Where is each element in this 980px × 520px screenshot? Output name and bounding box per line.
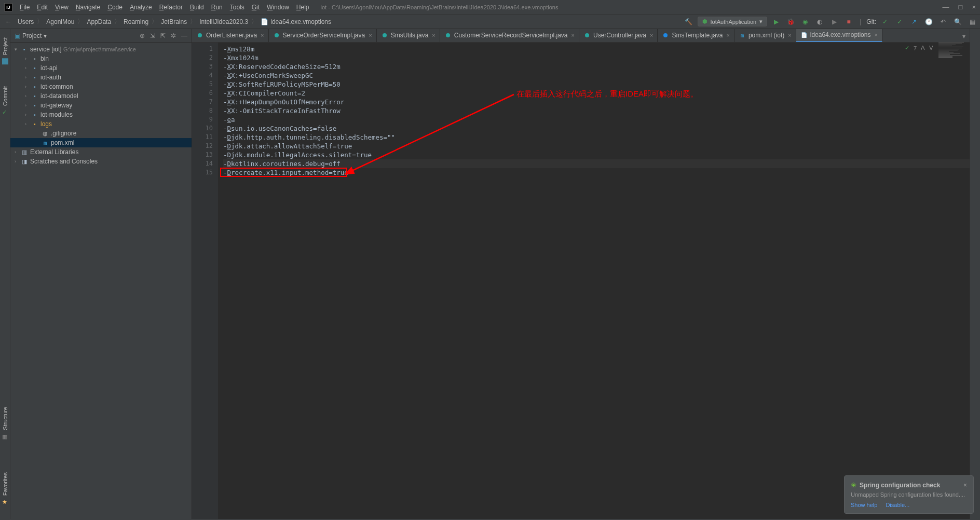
profile-button[interactable]: ◐ bbox=[814, 16, 825, 28]
menu-navigate[interactable]: Navigate bbox=[73, 3, 103, 12]
editor-gutter[interactable]: 123456789101112131415 bbox=[192, 43, 218, 519]
breadcrumb-item[interactable]: AgoniMou bbox=[43, 18, 77, 25]
inspection-count: 7 bbox=[914, 45, 917, 51]
project-root-node[interactable]: ▾ ▪ service [iot] G:\mjw\project\mmwl\se… bbox=[10, 45, 192, 54]
notif-show-help-link[interactable]: Show help bbox=[851, 502, 877, 508]
editor-tab[interactable]: UserController.java× bbox=[579, 29, 658, 42]
close-tab-button[interactable]: × bbox=[727, 32, 730, 38]
tree-node[interactable]: ›▪iot-auth bbox=[10, 73, 192, 82]
editor-tab[interactable]: ServiceOrderServiceImpl.java× bbox=[269, 29, 377, 42]
navigation-bar: ← Users〉AgoniMou〉AppData〉Roaming〉JetBrai… bbox=[0, 15, 980, 29]
window-maximize-button[interactable]: □ bbox=[959, 3, 963, 11]
breadcrumb-item[interactable]: 📄 idea64.exe.vmoptions bbox=[257, 18, 334, 25]
ide-settings-button[interactable]: ▦ bbox=[967, 16, 978, 28]
git-update-button[interactable]: ✓ bbox=[879, 16, 891, 28]
tab-dropdown-button[interactable]: ▾ bbox=[958, 31, 970, 42]
breadcrumb-item[interactable]: IntelliJIdea2020.3 bbox=[196, 18, 251, 25]
close-tab-button[interactable]: × bbox=[788, 32, 791, 38]
tree-node[interactable]: mpom.xml bbox=[10, 138, 192, 147]
menu-view[interactable]: View bbox=[52, 3, 72, 12]
tree-node[interactable]: ›▥External Libraries bbox=[10, 147, 192, 157]
breadcrumb-separator: 〉 bbox=[152, 17, 158, 26]
nav-back-button[interactable]: ← bbox=[2, 18, 15, 25]
tab-label: SmsTemplate.java bbox=[672, 32, 723, 39]
editor-tab[interactable]: mpom.xml (iot)× bbox=[734, 29, 796, 42]
tree-node[interactable]: ◍.gitignore bbox=[10, 129, 192, 138]
breadcrumb-item[interactable]: Users bbox=[15, 18, 37, 25]
tab-label: UserController.java bbox=[593, 32, 646, 39]
git-history-button[interactable]: 🕐 bbox=[923, 16, 934, 28]
collapse-all-button[interactable]: ⇱ bbox=[160, 32, 166, 39]
close-tab-button[interactable]: × bbox=[650, 32, 653, 38]
tree-node[interactable]: ›▪logs bbox=[10, 119, 192, 129]
close-notification-button[interactable]: × bbox=[963, 482, 967, 489]
chevron-down-icon[interactable]: ▾ bbox=[44, 32, 47, 39]
editor-inspection-status[interactable]: ✓ 7 ᐱ ᐯ bbox=[905, 45, 933, 51]
menu-refactor[interactable]: Refactor bbox=[156, 3, 186, 12]
editor-tab[interactable]: CustomerServiceRecordServiceImpl.java× bbox=[440, 29, 579, 42]
breadcrumb-item[interactable]: Roaming bbox=[120, 18, 152, 25]
project-panel-header: ▣ Project ▾ ⊕ ⇲ ⇱ ✲ — bbox=[10, 29, 192, 43]
close-tab-button[interactable]: × bbox=[369, 32, 372, 38]
left-tool-gutter: Project ✓Commit ▦Structure ★Favorites bbox=[0, 29, 10, 519]
editor-tab[interactable]: OrderListener.java× bbox=[192, 29, 269, 42]
tree-node[interactable]: ›▪iot-datamodel bbox=[10, 91, 192, 101]
tree-node[interactable]: ›▪iot-api bbox=[10, 63, 192, 73]
commit-tool-tab[interactable]: ✓Commit bbox=[1, 83, 9, 119]
run-button[interactable]: ▶ bbox=[770, 16, 782, 28]
window-close-button[interactable]: × bbox=[972, 3, 976, 11]
expand-all-button[interactable]: ⇲ bbox=[150, 32, 155, 39]
notif-disable-link[interactable]: Disable... bbox=[886, 502, 909, 508]
debug-button[interactable]: 🐞 bbox=[785, 16, 796, 28]
prev-issue-button[interactable]: ᐱ bbox=[921, 45, 925, 51]
editor-tab[interactable]: 📄idea64.exe.vmoptions× bbox=[796, 29, 882, 42]
git-commit-button[interactable]: ✓ bbox=[894, 16, 905, 28]
menu-git[interactable]: Git bbox=[249, 3, 263, 12]
stop-button[interactable]: ■ bbox=[843, 16, 854, 28]
search-button[interactable]: 🔍 bbox=[952, 16, 963, 28]
close-tab-button[interactable]: × bbox=[571, 32, 575, 38]
close-tab-button[interactable]: × bbox=[261, 32, 264, 38]
editor-tab[interactable]: SmsTemplate.java× bbox=[658, 29, 734, 42]
tree-node[interactable]: ›◨Scratches and Consoles bbox=[10, 157, 192, 166]
menu-window[interactable]: Window bbox=[264, 3, 292, 12]
code-editor[interactable]: 123456789101112131415 -Xms128m-Xmx1024m-… bbox=[192, 43, 970, 519]
structure-tool-tab[interactable]: ▦Structure bbox=[1, 404, 9, 443]
panel-settings-button[interactable]: ✲ bbox=[171, 32, 176, 39]
menu-tools[interactable]: Tools bbox=[227, 3, 248, 12]
tree-node[interactable]: ›▪iot-gateway bbox=[10, 101, 192, 110]
menu-file[interactable]: File bbox=[17, 3, 33, 12]
project-tool-tab[interactable]: Project bbox=[1, 34, 9, 67]
editor-tab[interactable]: SmsUtils.java× bbox=[377, 29, 440, 42]
attach-button[interactable]: ▶ bbox=[828, 16, 840, 28]
build-button[interactable]: 🔨 bbox=[683, 16, 695, 28]
spring-icon: ❀ bbox=[851, 481, 856, 489]
next-issue-button[interactable]: ᐯ bbox=[929, 45, 933, 51]
select-opened-file-button[interactable]: ⊕ bbox=[140, 32, 145, 39]
tree-node[interactable]: ›▪bin bbox=[10, 54, 192, 63]
git-rollback-button[interactable]: ↶ bbox=[937, 16, 949, 28]
window-minimize-button[interactable]: — bbox=[943, 3, 949, 11]
tree-node[interactable]: ›▪iot-common bbox=[10, 82, 192, 91]
project-tree[interactable]: ▾ ▪ service [iot] G:\mjw\project\mmwl\se… bbox=[10, 43, 192, 168]
tab-icon bbox=[273, 32, 280, 39]
menu-analyze[interactable]: Analyze bbox=[127, 3, 155, 12]
breadcrumb-item[interactable]: AppData bbox=[84, 18, 114, 25]
menu-help[interactable]: Help bbox=[293, 3, 312, 12]
favorites-tool-tab[interactable]: ★Favorites bbox=[1, 469, 9, 509]
hide-panel-button[interactable]: — bbox=[181, 32, 187, 39]
editor-minimap[interactable] bbox=[938, 43, 970, 146]
menu-build[interactable]: Build bbox=[187, 3, 207, 12]
code-content[interactable]: -Xms128m-Xmx1024m-XX:ReservedCodeCacheSi… bbox=[218, 43, 970, 519]
run-config-selector[interactable]: ⬢ IotAuthApplication ▾ bbox=[698, 17, 768, 26]
coverage-button[interactable]: ◉ bbox=[799, 16, 811, 28]
close-tab-button[interactable]: × bbox=[874, 32, 877, 38]
menu-run[interactable]: Run bbox=[208, 3, 226, 12]
git-push-button[interactable]: ↗ bbox=[908, 16, 920, 28]
tree-node[interactable]: ›▪iot-modules bbox=[10, 110, 192, 119]
menu-code[interactable]: Code bbox=[104, 3, 126, 12]
menu-edit[interactable]: Edit bbox=[34, 3, 51, 12]
close-tab-button[interactable]: × bbox=[432, 32, 435, 38]
breadcrumb-item[interactable]: JetBrains bbox=[158, 18, 190, 25]
tab-label: OrderListener.java bbox=[206, 32, 257, 39]
